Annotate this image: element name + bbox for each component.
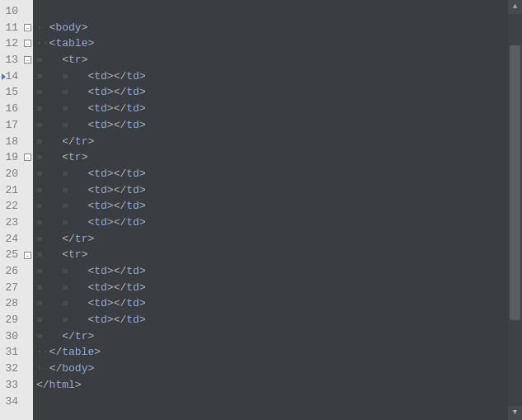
code-line[interactable]: » » <td></td> xyxy=(36,263,522,280)
code-token: > xyxy=(107,216,114,229)
line-number[interactable]: 31 xyxy=(2,344,20,361)
code-token: </ xyxy=(114,281,127,294)
code-line[interactable]: · </body> xyxy=(36,361,522,377)
whitespace-marker: » xyxy=(62,265,68,277)
line-number[interactable]: 26 xyxy=(2,263,20,280)
line-number-gutter[interactable]: 1011121314151617181920212223242526272829… xyxy=(0,0,23,420)
scroll-down-button[interactable]: ▼ xyxy=(508,406,522,420)
line-number[interactable]: 14 xyxy=(2,68,20,85)
code-token: > xyxy=(82,248,88,261)
whitespace-marker: » xyxy=(36,168,43,180)
tag-name: td xyxy=(126,119,139,131)
fold-toggle-icon[interactable]: - xyxy=(24,24,31,31)
code-area[interactable]: · <body>··<table>» <tr>» » <td></td>» » … xyxy=(33,0,522,420)
bookmark-icon[interactable] xyxy=(2,73,6,80)
fold-toggle-icon[interactable]: - xyxy=(24,153,31,161)
code-line[interactable]: » » <td></td> xyxy=(36,84,522,101)
code-line[interactable]: » <tr> xyxy=(36,247,522,263)
code-line[interactable]: </html> xyxy=(36,377,522,394)
code-line[interactable]: » » <td></td> xyxy=(36,101,522,117)
whitespace-marker: » xyxy=(62,184,68,196)
code-token: > xyxy=(107,102,114,115)
line-number[interactable]: 29 xyxy=(2,312,20,328)
code-token: > xyxy=(139,102,146,115)
code-line[interactable]: » » <td></td> xyxy=(36,198,522,215)
code-line[interactable]: » </tr> xyxy=(36,328,522,345)
code-line[interactable]: · <body> xyxy=(36,20,522,36)
code-line[interactable]: » </tr> xyxy=(36,134,522,150)
code-line[interactable]: » » <td></td> xyxy=(36,280,522,296)
code-line[interactable] xyxy=(36,3,522,20)
tag-name: td xyxy=(94,168,107,180)
tag-name: td xyxy=(94,70,107,83)
tag-name: td xyxy=(126,281,139,294)
line-number[interactable]: 17 xyxy=(2,117,20,134)
line-number[interactable]: 19 xyxy=(2,149,20,166)
line-number[interactable]: 22 xyxy=(2,198,20,215)
line-number[interactable]: 25 xyxy=(2,247,20,263)
line-number[interactable]: 23 xyxy=(2,215,20,231)
tag-name: td xyxy=(94,216,107,229)
code-token: > xyxy=(139,119,146,131)
line-number[interactable]: 10 xyxy=(2,3,20,20)
whitespace-marker: · xyxy=(36,21,43,34)
fold-toggle-icon[interactable]: - xyxy=(24,56,31,64)
code-line[interactable]: » » <td></td> xyxy=(36,166,522,182)
line-number[interactable]: 34 xyxy=(2,394,20,410)
fold-column[interactable]: ----- xyxy=(23,0,33,420)
line-number[interactable]: 28 xyxy=(2,295,20,312)
code-line[interactable]: ··</table> xyxy=(36,344,522,361)
tag-name: td xyxy=(94,200,107,212)
line-number[interactable]: 18 xyxy=(2,134,20,150)
line-number[interactable]: 33 xyxy=(2,377,20,394)
line-number[interactable]: 30 xyxy=(2,328,20,345)
code-line[interactable]: » » <td></td> xyxy=(36,215,522,231)
scrollbar-track[interactable] xyxy=(508,14,522,406)
code-line[interactable]: » <tr> xyxy=(36,52,522,68)
scrollbar-thumb[interactable] xyxy=(510,45,520,320)
code-line[interactable]: » » <td></td> xyxy=(36,68,522,85)
code-line[interactable]: » » <td></td> xyxy=(36,295,522,312)
tag-name: td xyxy=(126,314,139,326)
whitespace-marker: » xyxy=(62,297,68,309)
code-line[interactable]: » » <td></td> xyxy=(36,117,522,134)
line-number[interactable]: 32 xyxy=(2,361,20,377)
line-number[interactable]: 11 xyxy=(2,20,20,36)
code-line[interactable]: » » <td></td> xyxy=(36,182,522,199)
line-number[interactable]: 16 xyxy=(2,101,20,117)
line-number[interactable]: 21 xyxy=(2,182,20,199)
tag-name: td xyxy=(126,297,139,309)
line-number[interactable]: 24 xyxy=(2,231,20,248)
fold-toggle-icon[interactable]: - xyxy=(24,252,31,259)
tag-name: table xyxy=(62,346,94,358)
code-token xyxy=(68,70,87,83)
code-token: </ xyxy=(114,70,127,83)
line-number[interactable]: 12 xyxy=(2,35,20,52)
tag-name: td xyxy=(94,119,107,131)
line-number[interactable]: 27 xyxy=(2,280,20,296)
line-number[interactable]: 20 xyxy=(2,166,20,182)
code-token: </ xyxy=(62,330,75,342)
code-line[interactable] xyxy=(36,394,522,410)
line-number[interactable]: 15 xyxy=(2,84,20,101)
code-token: > xyxy=(87,330,94,342)
whitespace-marker: · xyxy=(36,362,43,375)
code-token: > xyxy=(139,216,146,229)
whitespace-marker: » xyxy=(36,184,43,196)
code-line[interactable]: » <tr> xyxy=(36,149,522,166)
code-token: </ xyxy=(114,297,127,309)
vertical-scrollbar[interactable]: ▲ ▼ xyxy=(508,0,522,420)
code-line[interactable]: ··<table> xyxy=(36,35,522,52)
code-line[interactable]: » </tr> xyxy=(36,231,522,248)
fold-toggle-icon[interactable]: - xyxy=(24,40,31,47)
code-token: </ xyxy=(114,102,127,115)
code-token xyxy=(43,216,62,229)
scroll-up-button[interactable]: ▲ xyxy=(508,0,522,14)
whitespace-marker: » xyxy=(36,102,43,115)
tag-name: body xyxy=(62,362,87,375)
tag-name: td xyxy=(126,102,139,115)
line-number[interactable]: 13 xyxy=(2,52,20,68)
tag-name: td xyxy=(94,102,107,115)
code-token: > xyxy=(107,297,114,309)
code-line[interactable]: » » <td></td> xyxy=(36,312,522,328)
